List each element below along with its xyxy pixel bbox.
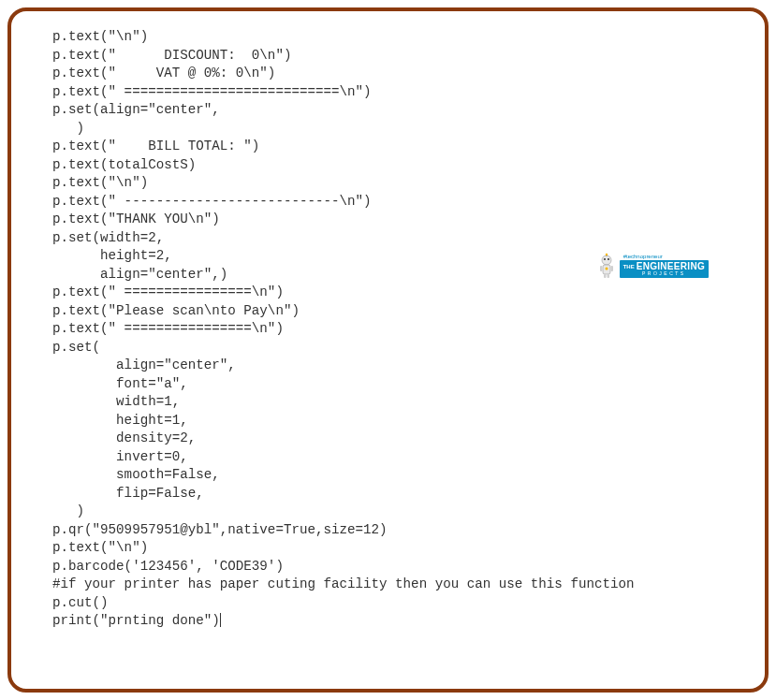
code-line: width=1, — [52, 394, 180, 409]
code-line: p.text(" ---------------------------\n") — [52, 194, 372, 209]
code-line: p.text("\n") — [52, 175, 148, 190]
robot-icon — [596, 253, 617, 279]
code-line: font="a", — [52, 376, 188, 391]
code-line: ) — [52, 503, 84, 518]
code-line: p.text("THANK YOU\n") — [52, 211, 220, 226]
code-line: p.text("\n") — [52, 29, 148, 44]
code-line: print("prnting done") — [52, 613, 220, 628]
code-line: p.text(" VAT @ 0%: 0\n") — [52, 66, 275, 80]
badge-the: THE — [623, 264, 635, 270]
branding-badge: #technopreneur THE ENGINEERING PROJECTS — [596, 253, 709, 279]
code-line: align="center", — [52, 357, 236, 372]
code-line: p.text(" DISCOUNT: 0\n") — [52, 48, 291, 63]
code-line: p.cut() — [52, 595, 109, 610]
code-line: p.text(" ================\n") — [52, 321, 284, 336]
code-line: #if your printer has paper cuting facili… — [52, 576, 635, 591]
code-line: invert=0, — [52, 449, 188, 464]
badge-projects: PROJECTS — [642, 271, 686, 276]
svg-point-3 — [605, 254, 607, 255]
code-line: p.set(width=2, — [52, 230, 164, 245]
code-line: height=2, — [52, 248, 172, 263]
badge-text: #technopreneur THE ENGINEERING PROJECTS — [620, 254, 709, 278]
code-line: p.text("\n") — [52, 540, 148, 555]
code-line: smooth=False, — [52, 467, 220, 482]
svg-point-2 — [608, 258, 609, 260]
code-line: p.barcode('123456', 'CODE39') — [52, 559, 284, 574]
text-cursor — [220, 613, 221, 627]
badge-box: THE ENGINEERING PROJECTS — [620, 260, 709, 278]
code-line: align="center",) — [52, 267, 227, 282]
svg-rect-8 — [610, 266, 613, 271]
svg-rect-7 — [600, 266, 603, 271]
code-line: density=2, — [52, 430, 196, 445]
svg-rect-10 — [607, 274, 609, 278]
code-frame: p.text("\n") p.text(" DISCOUNT: 0\n") p.… — [7, 7, 769, 693]
code-line: p.text(" BILL TOTAL: ") — [52, 139, 259, 153]
svg-point-1 — [604, 258, 606, 260]
code-line: ) — [52, 121, 84, 136]
svg-point-6 — [605, 268, 608, 270]
code-line: p.qr("9509957951@ybl",native=True,size=1… — [52, 522, 388, 537]
code-line: p.set( — [52, 340, 100, 355]
code-line: p.text(totalCostS) — [52, 157, 196, 172]
svg-rect-9 — [604, 274, 607, 278]
code-line: p.set(align="center", — [52, 102, 220, 117]
code-line: p.text("Please scan\nto Pay\n") — [52, 303, 300, 318]
code-line: p.text(" ===========================\n") — [52, 84, 372, 99]
code-block: p.text("\n") p.text(" DISCOUNT: 0\n") p.… — [52, 28, 737, 631]
svg-point-0 — [602, 255, 611, 265]
code-line: p.text(" ================\n") — [52, 284, 284, 299]
badge-hashtag: #technopreneur — [623, 254, 663, 259]
code-line: height=1, — [52, 413, 188, 428]
code-line: flip=False, — [52, 486, 204, 501]
